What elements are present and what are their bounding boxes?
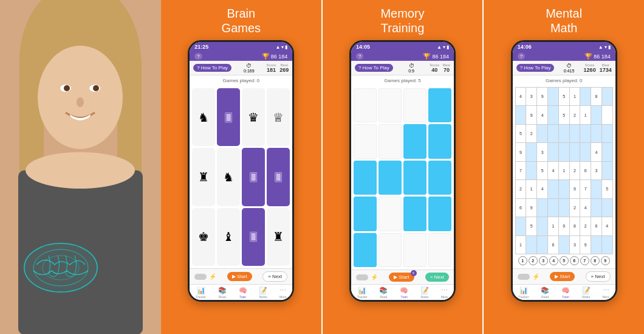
mc-0-0 [354,88,377,122]
help-icon-1: ? [197,65,199,71]
train-icon-2: 🧠 [400,287,408,294]
signal-icon-2: ▲ [437,44,442,50]
nav-tab-notes-2[interactable]: 📝 Notes [420,287,429,299]
nav-tab-read-2[interactable]: 📚 Read [379,287,388,299]
nav-tab-train-2[interactable]: 🧠 Train [400,287,408,299]
chess-cell-10: 🂠 [242,208,265,266]
score-display-2: 86 184 [432,54,449,60]
mc-0-3 [428,88,451,122]
next-button-2[interactable]: » Next [425,273,449,282]
more-icon-1: ⋯ [279,287,286,294]
mental-math-phone: 14:06 ▲ ▾ ▮ ? 🏆 86 184 ? How To Play ⏱ 0… [511,40,617,302]
photo-panel [0,0,161,334]
score-val-1: 181 [267,67,276,73]
mc-3-0 [354,197,377,231]
status-icons-3: ▲ ▾ ▮ [598,44,611,50]
timer-value-1: 0:169 [244,69,255,73]
status-icons-1: ▲ ▾ ▮ [275,44,287,50]
nav-tab-read-3[interactable]: 📚 Read [541,287,549,299]
woman-image [0,0,161,334]
score-val-3: 1260 [584,67,596,73]
num-7[interactable]: 7 [580,256,589,265]
num-3[interactable]: 3 [539,256,548,265]
nav-tab-tracker-1[interactable]: 📊 Tracker [196,287,206,299]
start-button-3[interactable]: ▶ Start [550,272,575,281]
score-area-3: Score 1260 Best 1734 [584,63,612,73]
score-display-3: 86 184 [594,54,611,60]
sudoku-row-4: 75 412 63 [515,161,612,179]
num-1[interactable]: 1 [518,256,527,265]
train-icon-1: 🧠 [239,287,247,294]
chess-cell-6: 🂠 [242,148,265,206]
brain-games-phone: 21:25 ▲ ▾ ▮ ? 🏆 86 184 ? How To Play ⏱ 0… [188,40,294,302]
games-played-1: Games played: 0 [190,75,292,86]
nav-tab-notes-3[interactable]: 📝 Notes [582,287,591,299]
trophy-score-2: 🏆 86 184 [423,53,449,60]
next-button-1[interactable]: » Next [262,271,287,282]
chess-grid: ♞ 🂠 ♛ ♕ ♜ ♞ 🂠 🂠 ♚ ♝ 🂠 ♜ [190,86,292,268]
mental-math-title: Mental Math [546,6,582,35]
next-button-3[interactable]: » Next [586,271,611,282]
mc-2-3 [428,161,451,195]
num-9[interactable]: 9 [601,256,610,265]
num-2[interactable]: 2 [529,256,538,265]
memory-training-panel: Memory Training 14:05 ▲ ▾ ▮ ? 🏆 86 184 ?… [323,0,483,334]
nav-tab-tracker-2[interactable]: 📊 Tracker [357,287,368,299]
score-area-1: Score 181 Best 269 [267,63,289,73]
timer-value-2: 0:9 [408,69,414,73]
bolt-icon-3: ⚡ [532,273,540,280]
nav-tab-train-1[interactable]: 🧠 Train [239,287,247,299]
chess-cell-4: ♜ [192,148,215,206]
tracker-icon-3: 📊 [519,287,528,294]
score-area-2: Score 40 Best 70 [430,63,450,73]
trophy-icon-2: 🏆 [423,53,430,60]
question-icon-3: ? [518,53,525,60]
mental-math-panel: Mental Math 14:06 ▲ ▾ ▮ ? 🏆 86 184 ? How… [484,0,644,334]
nav-tabs-2: 📊 Tracker 📚 Read 🧠 Train 📝 Notes ⋯ More [351,284,454,300]
num-6[interactable]: 6 [570,256,579,265]
brain-games-panel: Brain Games 21:25 ▲ ▾ ▮ ? 🏆 86 184 ? How… [161,0,321,334]
nav-tab-read-1[interactable]: 📚 Read [218,287,227,299]
time-1: 21:25 [194,44,208,50]
train-icon-3: 🧠 [561,287,570,294]
how-to-play-3[interactable]: ? How To Play [516,64,555,72]
start-badge-2: 5 [411,270,417,276]
start-button-1[interactable]: ▶ Start [227,272,252,281]
toggle-2[interactable] [356,274,368,280]
toggle-3[interactable] [518,274,530,280]
signal-icon: ▲ [275,44,280,50]
bolt-icon-1: ⚡ [209,273,216,280]
nav-tab-more-3[interactable]: ⋯ More [602,287,609,299]
svg-point-7 [64,85,70,91]
nav-tab-more-2[interactable]: ⋯ More [441,287,448,299]
toggle-1[interactable] [194,274,207,280]
num-4[interactable]: 4 [549,256,558,265]
bottom-controls-3: ⚡ [518,273,540,280]
how-to-play-1[interactable]: ? How To Play [193,64,231,72]
mc-2-0 [354,161,377,195]
time-2: 14:05 [356,44,370,50]
sudoku-row-2: 52 [515,124,612,142]
nav-tab-train-3[interactable]: 🧠 Train [561,287,570,299]
read-icon-3: 📚 [541,287,549,294]
nav-tab-more-1[interactable]: ⋯ More [279,287,286,299]
mc-1-0 [354,124,377,158]
num-8[interactable]: 8 [591,256,600,265]
number-row: 1 2 3 4 5 6 7 8 9 [515,254,613,267]
num-5[interactable]: 5 [560,256,569,265]
status-bar-2: 14:05 ▲ ▾ ▮ [351,42,454,52]
more-icon-3: ⋯ [603,287,609,294]
chess-cell-11: ♜ [267,208,290,266]
chess-cell-7: 🂠 [267,148,290,206]
start-btn-wrap-2: ▶ Start 5 [389,273,414,282]
bottom-controls-1: ⚡ [194,273,216,280]
help-bar-1: ? How To Play ⏱ 0:169 Score 181 Best 269 [190,61,292,75]
sudoku-row-7: 5 198 264 [515,217,612,235]
nav-tab-tracker-3[interactable]: 📊 Tracker [519,287,529,299]
mc-3-2 [403,197,426,231]
nav-tab-notes-1[interactable]: 📝 Notes [259,287,267,299]
chess-cell-2: ♛ [242,88,265,146]
best-val-1: 269 [279,67,289,73]
how-to-play-2[interactable]: ? How To Play [355,64,393,72]
mc-1-1 [379,124,402,158]
